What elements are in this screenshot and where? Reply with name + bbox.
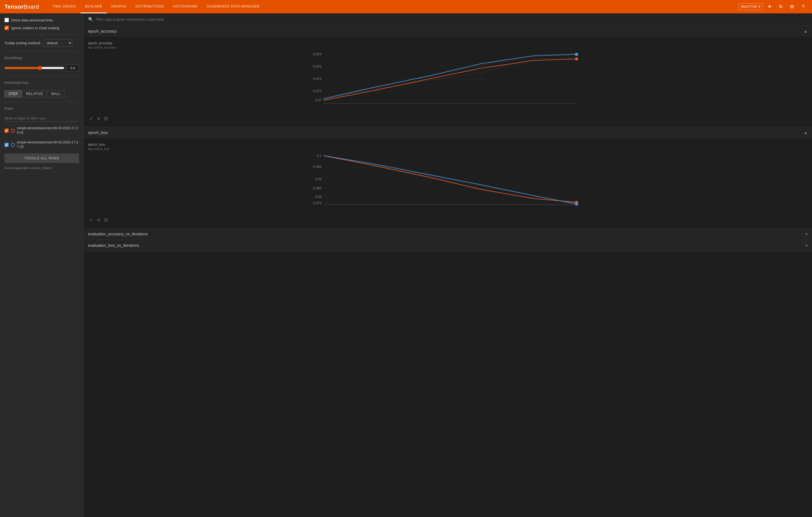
svg-point-16: [575, 57, 578, 60]
list-view-button[interactable]: ≡: [96, 115, 101, 122]
epoch-loss-title: epoch_loss: [88, 130, 108, 135]
epoch-accuracy-chart: 0.978 0.976 0.974 0.972 0.97: [88, 51, 808, 113]
settings-icon[interactable]: ⚙: [787, 2, 796, 11]
eval-accuracy-header[interactable]: evaluation_accuracy_vs_iterations ▾: [84, 229, 812, 240]
search-icon: 🔍: [88, 17, 94, 22]
expand-chart-button[interactable]: ⤢: [88, 115, 94, 122]
svg-text:0.976: 0.976: [313, 65, 322, 68]
refresh-icon[interactable]: ↻: [776, 2, 785, 11]
axis-relative-button[interactable]: RELATIVE: [22, 90, 47, 97]
svg-point-38: [575, 203, 578, 206]
run-item-1[interactable]: simple-tensorboard-test-09-02-2023-17-29…: [4, 125, 79, 136]
nav-sagemaker[interactable]: SAGEMAKER DATA MANAGER: [202, 0, 264, 13]
nav-scalars[interactable]: SCALARS: [81, 0, 107, 13]
axis-buttons: STEP RELATIVE WALL: [4, 90, 79, 97]
nav-time-series[interactable]: TIME SERIES: [48, 0, 81, 13]
nav-graphs[interactable]: GRAPHS: [107, 0, 131, 13]
svg-text:0.972: 0.972: [313, 89, 322, 93]
svg-text:0.978: 0.978: [313, 52, 322, 56]
epoch-accuracy-section: epoch_accuracy ▲ epoch_accuracy tag: epo…: [84, 26, 812, 127]
nav-distributions[interactable]: DISTRIBUTIONS: [131, 0, 169, 13]
ignore-outliers-checkbox[interactable]: Ignore outliers in chart scaling: [4, 26, 79, 30]
svg-text:0.1: 0.1: [317, 154, 322, 158]
logo: TensorBoard: [4, 4, 39, 10]
epoch-accuracy-chart-title: epoch_accuracy: [88, 41, 808, 45]
divider-1: [4, 34, 79, 35]
epoch-accuracy-actions: ⤢ ≡ ⊡: [88, 115, 808, 122]
axis-step-button[interactable]: STEP: [4, 90, 22, 97]
epoch-loss-chart-title: epoch_loss: [88, 143, 808, 147]
epoch-accuracy-body: epoch_accuracy tag: epoch_accuracy 0.978…: [84, 37, 812, 127]
list-loss-view-button[interactable]: ≡: [96, 216, 101, 224]
smoothing-value-input[interactable]: 0.6: [66, 64, 79, 71]
tooltip-select[interactable]: default ascending descending: [43, 39, 72, 47]
divider-2: [4, 51, 79, 52]
epoch-accuracy-chart-subtitle: tag: epoch_accuracy: [88, 46, 808, 49]
axis-wall-button[interactable]: WALL: [47, 90, 65, 97]
filter-input[interactable]: [96, 17, 808, 22]
epoch-accuracy-chevron: ▲: [804, 29, 808, 33]
eval-loss-chevron: ▾: [806, 243, 808, 248]
run-2-name: simple-tensorboard-test-09-02-2023-17-37…: [17, 141, 79, 149]
image-loss-button[interactable]: ⊡: [103, 216, 109, 224]
svg-text:0.075: 0.075: [313, 201, 322, 205]
image-button[interactable]: ⊡: [103, 115, 109, 122]
svg-text:0.974: 0.974: [313, 77, 322, 81]
epoch-loss-chevron: ▲: [804, 130, 808, 135]
epoch-loss-body: epoch_loss tag: epoch_loss 0.1 0.095 0.0…: [84, 138, 812, 228]
epoch-loss-chart: 0.1 0.095 0.09 0.085 0.08 0.075: [88, 153, 808, 214]
tooltip-row: Tooltip sorting method: default ascendin…: [4, 39, 79, 47]
layout: Show data download links Ignore outliers…: [0, 13, 812, 517]
eval-loss-section: evaluation_loss_vs_iterations ▾: [84, 240, 812, 251]
eval-loss-header[interactable]: evaluation_loss_vs_iterations ▾: [84, 240, 812, 251]
run-1-name: simple-tensorboard-test-09-02-2023-17-29…: [17, 126, 79, 135]
run-1-color-circle: [11, 129, 15, 132]
svg-point-17: [575, 53, 578, 56]
run-1-checkbox[interactable]: [4, 128, 9, 133]
main-content: 🔍 epoch_accuracy ▲ epoch_accuracy tag: e…: [84, 13, 812, 517]
svg-text:0.97: 0.97: [315, 98, 322, 102]
folder-path: /home/sagemaker-user/s3_folders/: [4, 166, 79, 170]
svg-text:0.085: 0.085: [313, 186, 322, 190]
run-2-color-circle: [11, 143, 15, 147]
eval-accuracy-chevron: ▾: [806, 232, 808, 236]
svg-text:0.095: 0.095: [313, 165, 322, 169]
header-right: INACTIVE ▾ ☀ ↻ ⚙ ?: [738, 2, 808, 11]
logo-text2: Board: [23, 4, 39, 10]
nav-histograms[interactable]: HISTOGRAMS: [169, 0, 202, 13]
epoch-loss-header[interactable]: epoch_loss ▲: [84, 127, 812, 138]
epoch-accuracy-header[interactable]: epoch_accuracy ▲: [84, 26, 812, 37]
runs-label: Runs: [4, 107, 79, 111]
axis-label: Horizontal Axis: [4, 81, 79, 85]
expand-loss-chart-button[interactable]: ⤢: [88, 216, 94, 224]
epoch-accuracy-title: epoch_accuracy: [88, 29, 116, 33]
help-icon[interactable]: ?: [799, 2, 808, 11]
logo-text1: Tensor: [4, 4, 23, 10]
run-2-checkbox[interactable]: [4, 143, 9, 147]
epoch-loss-svg: 0.1 0.095 0.09 0.085 0.08 0.075: [88, 153, 808, 214]
smoothing-row: 0.6: [4, 64, 79, 71]
epoch-loss-actions: ⤢ ≡ ⊡: [88, 216, 808, 224]
epoch-loss-chart-subtitle: tag: epoch_loss: [88, 147, 808, 150]
chevron-down-icon: ▾: [759, 5, 761, 9]
svg-text:0.09: 0.09: [315, 177, 322, 181]
header: TensorBoard TIME SERIES SCALARS GRAPHS D…: [0, 0, 812, 13]
eval-accuracy-section: evaluation_accuracy_vs_iterations ▾: [84, 229, 812, 240]
toggle-all-runs-button[interactable]: TOGGLE ALL RUNS: [4, 153, 79, 163]
status-dropdown[interactable]: INACTIVE ▾: [738, 3, 763, 10]
epoch-accuracy-svg: 0.978 0.976 0.974 0.972 0.97: [88, 51, 808, 113]
filter-bar: 🔍: [84, 13, 812, 26]
brightness-icon[interactable]: ☀: [765, 2, 774, 11]
show-data-links-checkbox[interactable]: Show data download links: [4, 18, 79, 22]
sidebar: Show data download links Ignore outliers…: [0, 13, 84, 517]
eval-accuracy-title: evaluation_accuracy_vs_iterations: [88, 232, 148, 236]
epoch-loss-section: epoch_loss ▲ epoch_loss tag: epoch_loss …: [84, 127, 812, 229]
runs-filter-input[interactable]: [4, 115, 79, 122]
run-item-2[interactable]: simple-tensorboard-test-09-02-2023-17-37…: [4, 139, 79, 150]
svg-text:0.08: 0.08: [315, 195, 322, 199]
smoothing-label: Smoothing: [4, 56, 79, 60]
smoothing-slider[interactable]: [4, 66, 64, 70]
eval-loss-title: evaluation_loss_vs_iterations: [88, 243, 139, 248]
